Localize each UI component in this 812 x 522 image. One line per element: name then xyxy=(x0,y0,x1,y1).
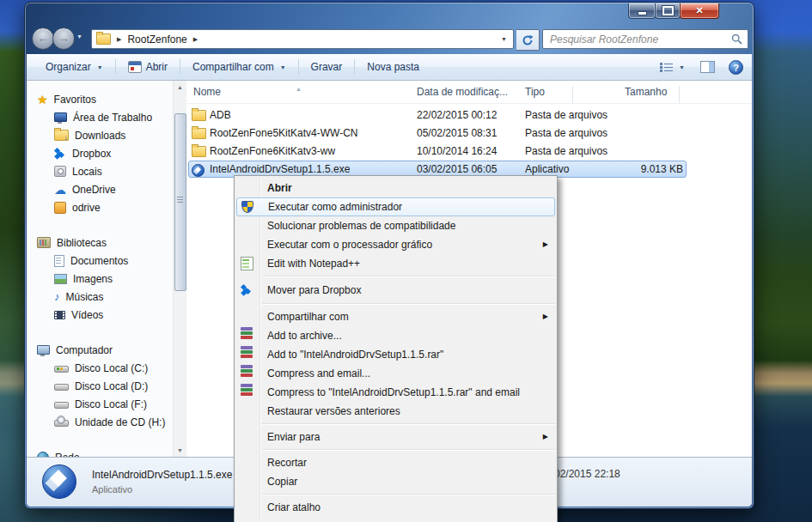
sidebar-item-label: Favoritos xyxy=(54,94,96,106)
menu-item-solucionar-problemas[interactable]: Solucionar problemas de compatibilidade xyxy=(235,216,557,235)
sidebar-item-downloads[interactable]: Downloads xyxy=(27,126,173,144)
menu-item-enviar-para[interactable]: Enviar para ▶ xyxy=(235,428,557,446)
menu-item-excluir[interactable]: Excluir xyxy=(235,517,557,522)
sidebar-scrollbar[interactable]: ▲ ▼ xyxy=(173,81,186,458)
sidebar-item-label: Computador xyxy=(56,344,113,356)
libraries-icon xyxy=(37,237,51,248)
menu-item-recortar[interactable]: Recortar xyxy=(235,453,557,472)
breadcrumb-arrow-icon[interactable]: ▶ xyxy=(193,36,198,43)
preview-pane-button[interactable] xyxy=(697,57,718,77)
change-view-button[interactable]: ▼ xyxy=(656,57,688,77)
column-header-tipo[interactable]: Tipo xyxy=(525,86,545,98)
sidebar-item-dropbox[interactable]: Dropbox xyxy=(27,144,173,162)
nova-pasta-button[interactable]: Nova pasta xyxy=(358,57,428,77)
column-header-tamanho[interactable]: Tamanho xyxy=(625,86,667,98)
sidebar-item-bibliotecas[interactable]: Bibliotecas xyxy=(27,234,173,252)
breadcrumb[interactable]: RootZenfone xyxy=(127,33,186,46)
gravar-button[interactable]: Gravar xyxy=(302,57,351,77)
file-row-rootzenfone5[interactable]: RootZenFone5KitKatv4-WW-CN 05/02/2015 08… xyxy=(186,124,752,143)
organizar-label: Organizar xyxy=(46,61,91,73)
sidebar-item-favoritos[interactable]: ★Favoritos xyxy=(27,90,173,108)
menu-item-label: Edit with Notepad++ xyxy=(267,258,360,270)
sidebar-item-label: Locais xyxy=(72,166,102,178)
navigation-bar: ← → ▼ ▶ RootZenfone ▶ ▼ xyxy=(25,25,754,54)
maximize-button[interactable] xyxy=(655,3,681,19)
cd-drive-icon xyxy=(54,420,69,427)
search-box[interactable] xyxy=(542,29,748,49)
back-button[interactable]: ← xyxy=(32,27,54,50)
selected-file-type: Aplicativo xyxy=(92,484,132,495)
menu-item-label: Compress to "IntelAndroidDrvSetup1.1.5.r… xyxy=(267,386,520,398)
address-dropdown-icon[interactable]: ▼ xyxy=(501,36,507,42)
os-drive-icon xyxy=(54,366,69,373)
sidebar-item-onedrive[interactable]: ☁OneDrive xyxy=(27,180,173,198)
menu-item-add-to-rar[interactable]: Add to "IntelAndroidDrvSetup1.1.5.rar" xyxy=(235,345,557,364)
menu-item-compartilhar-com[interactable]: Compartilhar com ▶ xyxy=(235,307,557,326)
menu-item-compress-and-email[interactable]: Compress and email... xyxy=(235,364,557,383)
sidebar-item-locais[interactable]: Locais xyxy=(27,162,173,180)
refresh-button[interactable] xyxy=(516,29,540,51)
address-bar[interactable]: ▶ RootZenfone ▶ ▼ xyxy=(91,29,514,49)
toolbar-divider xyxy=(354,59,355,75)
menu-separator xyxy=(262,449,555,451)
application-icon xyxy=(42,464,76,499)
compartilhar-button[interactable]: Compartilhar com ▼ xyxy=(184,57,295,77)
selected-file-date: 02/2015 22:18 xyxy=(554,468,620,480)
menu-item-copiar[interactable]: Copiar xyxy=(235,472,557,491)
column-header-nome[interactable]: Nome xyxy=(193,86,221,98)
sidebar-item-label: Unidade de CD (H:) xyxy=(75,416,165,428)
sidebar-item-musicas[interactable]: ♪Músicas xyxy=(27,288,173,306)
scroll-up-icon[interactable]: ▲ xyxy=(174,81,186,94)
sidebar-item-area-de-trabalho[interactable]: Área de Trabalho xyxy=(27,108,173,126)
menu-separator xyxy=(262,303,555,305)
column-divider[interactable] xyxy=(679,86,680,103)
menu-item-executar-como-administrador[interactable]: Executar como administrador xyxy=(236,197,555,216)
organizar-button[interactable]: Organizar ▼ xyxy=(37,57,112,77)
recent-places-icon xyxy=(54,166,66,177)
scroll-down-icon[interactable]: ▼ xyxy=(174,444,186,458)
sidebar-item-cd-h[interactable]: Unidade de CD (H:) xyxy=(27,413,173,431)
sidebar-item-imagens[interactable]: Imagens xyxy=(27,270,173,288)
sidebar-item-disco-c[interactable]: Disco Local (C:) xyxy=(27,359,173,377)
menu-item-edit-with-notepadpp[interactable]: Edit with Notepad++ xyxy=(235,254,557,273)
search-input[interactable] xyxy=(548,33,731,46)
chevron-down-icon: ▼ xyxy=(97,64,103,70)
document-icon xyxy=(54,255,64,267)
menu-item-label: Recortar xyxy=(267,457,307,469)
uac-shield-icon xyxy=(241,201,253,213)
menu-item-mover-para-dropbox[interactable]: Mover para Dropbox xyxy=(235,280,557,300)
sidebar-item-odrive[interactable]: odrive xyxy=(27,198,173,216)
help-button[interactable]: ? xyxy=(727,57,745,77)
file-type: Pasta de arquivos xyxy=(525,143,607,161)
menu-item-criar-atalho[interactable]: Criar atalho xyxy=(235,498,557,517)
sidebar-item-documentos[interactable]: Documentos xyxy=(27,252,173,270)
file-row-adb[interactable]: ADB 22/02/2015 00:12 Pasta de arquivos xyxy=(186,106,752,124)
file-size: 9.013 KB xyxy=(599,161,683,179)
sidebar-item-videos[interactable]: Vídeos xyxy=(27,306,173,324)
menu-item-restaurar-versoes[interactable]: Restaurar versões anteriores xyxy=(235,402,557,421)
sidebar-item-disco-f[interactable]: Disco Local (F:) xyxy=(27,395,173,413)
close-button[interactable]: ✕ xyxy=(680,3,719,19)
file-row-rootzenfone6[interactable]: RootZenFone6KitKatv3-ww 10/10/2014 16:24… xyxy=(186,143,752,161)
menu-item-label: Add to "IntelAndroidDrvSetup1.1.5.rar" xyxy=(267,349,443,361)
recent-pages-dropdown[interactable]: ▼ xyxy=(76,33,82,39)
menu-item-add-to-archive[interactable]: Add to archive... xyxy=(235,326,557,345)
forward-button[interactable]: → xyxy=(52,27,75,50)
menu-item-compress-to-rar-and-email[interactable]: Compress to "IntelAndroidDrvSetup1.1.5.r… xyxy=(235,383,557,402)
minimize-button[interactable] xyxy=(628,3,656,19)
minimize-icon xyxy=(638,11,647,15)
abrir-button[interactable]: Abrir xyxy=(119,57,176,77)
menu-item-label: Executar com o processador gráfico xyxy=(267,239,432,251)
desktop: { "window": { "breadcrumb": "RootZenfone… xyxy=(0,0,812,522)
menu-item-executar-processador-grafico[interactable]: Executar com o processador gráfico ▶ xyxy=(235,235,557,254)
search-icon xyxy=(731,33,742,45)
toolbar-divider xyxy=(180,59,180,75)
menu-item-abrir[interactable]: Abrir xyxy=(235,179,557,197)
column-header-data[interactable]: Data de modificaç... xyxy=(417,86,508,98)
sidebar-item-disco-d[interactable]: Disco Local (D:) xyxy=(27,377,173,395)
scrollbar-thumb[interactable] xyxy=(174,113,186,291)
menu-item-label: Add to archive... xyxy=(267,330,342,342)
file-name: RootZenFone5KitKatv4-WW-CN xyxy=(210,124,358,143)
column-divider[interactable] xyxy=(572,86,573,103)
sidebar-item-computador[interactable]: Computador xyxy=(27,341,173,359)
